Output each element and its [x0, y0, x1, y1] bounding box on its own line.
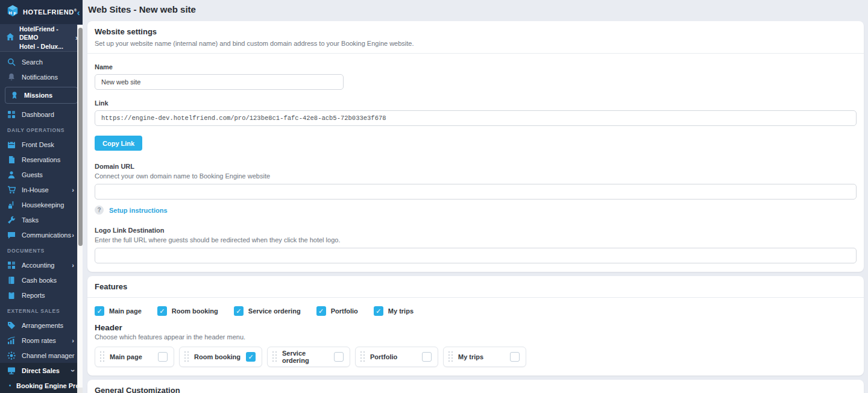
header-card-service-ordering[interactable]: Service ordering [267, 347, 350, 367]
drag-handle-icon[interactable] [100, 351, 104, 363]
checkbox-unchecked-icon[interactable] [334, 352, 344, 362]
website-settings-title: Website settings [95, 27, 857, 36]
checkbox-checked-icon[interactable]: ✓ [157, 306, 167, 316]
feature-toggle-portfolio[interactable]: ✓ Portfolio [316, 306, 358, 316]
sidebar-item-missions[interactable]: Missions [5, 87, 78, 104]
header-card-my-trips[interactable]: My trips [443, 347, 526, 367]
medal-icon [10, 91, 19, 99]
help-icon[interactable]: ? [95, 206, 104, 215]
sidebar-item-communications[interactable]: Communications › [0, 227, 83, 242]
sidebar-item-notifications[interactable]: Notifications [0, 69, 83, 84]
sidebar-item-guests[interactable]: Guests [0, 167, 83, 182]
setup-instructions-row: ? Setup instructions [95, 206, 857, 215]
header-card-portfolio[interactable]: Portfolio [355, 347, 438, 367]
sidebar-item-booking-engine-pro[interactable]: Booking Engine Pro [0, 378, 83, 393]
hub-icon [7, 351, 16, 360]
general-customization-head: General Customization [87, 380, 864, 393]
checkbox-checked-icon[interactable]: ✓ [246, 352, 256, 362]
features-title: Features [95, 282, 857, 291]
header-card-room-booking[interactable]: Room booking ✓ [179, 347, 262, 367]
sidebar-item-room-rates[interactable]: Room rates › [0, 333, 83, 348]
header-section-help: Choose which features appear in the head… [95, 333, 857, 341]
checkbox-checked-icon[interactable]: ✓ [316, 306, 326, 316]
logo-link-label: Logo Link Destination [95, 227, 857, 234]
features-body: ✓ Main page ✓ Room booking ✓ Service ord… [87, 298, 864, 376]
document-icon [7, 156, 16, 164]
features-head: Features [87, 276, 864, 298]
drag-handle-icon[interactable] [184, 351, 189, 363]
sidebar-item-search[interactable]: Search [0, 54, 83, 69]
sidebar-nav: Search Notifications Missions Dashboard … [0, 52, 83, 393]
sidebar-item-housekeeping[interactable]: Housekeeping [0, 197, 83, 212]
name-label: Name [95, 63, 857, 71]
sidebar-item-reports[interactable]: Reports [0, 288, 83, 303]
domain-url-input[interactable] [95, 184, 857, 200]
sidebar-item-front-desk[interactable]: Front Desk [0, 137, 83, 152]
hotel-name: HotelFriend - DEMO Hotel - Delux... [19, 25, 75, 51]
checkbox-checked-icon[interactable]: ✓ [95, 306, 104, 316]
page-header: Web Sites - New web site [83, 0, 868, 18]
sidebar-scrollbar[interactable] [77, 25, 83, 393]
setup-instructions-link[interactable]: Setup instructions [109, 207, 168, 214]
domain-url-help: Connect your own domain name to Booking … [95, 172, 857, 180]
hotel-selector[interactable]: HotelFriend - DEMO Hotel - Delux... › [0, 24, 83, 52]
name-input[interactable] [95, 74, 344, 90]
main-area: Web Sites - New web site Website setting… [83, 0, 868, 393]
features-card: Features ✓ Main page ✓ Room booking ✓ Se… [87, 276, 864, 376]
chevron-right-icon: › [72, 231, 74, 239]
sidebar: H F HOTELFRIEND® ‹ HotelFriend - DEMO Ho… [0, 0, 83, 393]
domain-url-label: Domain URL [95, 163, 857, 170]
sidebar-item-reservations[interactable]: Reservations [0, 152, 83, 167]
calendar-icon [7, 140, 16, 149]
cart-icon [7, 186, 16, 194]
sidebar-item-in-house[interactable]: In-House › [0, 182, 83, 197]
sidebar-scrollbar-thumb[interactable] [78, 28, 83, 246]
feature-toggle-room-booking[interactable]: ✓ Room booking [157, 306, 218, 316]
home-icon [6, 33, 14, 43]
feature-toggle-my-trips[interactable]: ✓ My trips [374, 306, 414, 316]
copy-link-button[interactable]: Copy Link [95, 136, 142, 151]
chevron-right-icon: › [72, 262, 74, 269]
checkbox-checked-icon[interactable]: ✓ [374, 306, 383, 316]
page-title: Web Sites - New web site [88, 4, 196, 14]
sidebar-item-tasks[interactable]: Tasks [0, 212, 83, 227]
drag-handle-icon[interactable] [360, 351, 365, 363]
checkbox-unchecked-icon[interactable] [510, 352, 520, 362]
chevron-right-icon: › [72, 337, 74, 344]
link-input[interactable] [95, 110, 857, 126]
sidebar-item-accounting[interactable]: Accounting › [0, 257, 83, 272]
clipboard-icon [7, 291, 16, 300]
svg-text:H: H [9, 10, 12, 16]
logo-wordmark: HOTELFRIEND® [23, 8, 77, 16]
checkbox-unchecked-icon[interactable] [422, 352, 432, 362]
person-icon [7, 171, 16, 179]
sidebar-collapse-icon[interactable]: ‹ [77, 8, 80, 17]
sidebar-scrollbar-button[interactable] [78, 388, 83, 393]
website-settings-subtitle: Set up your website name (internal name)… [95, 40, 857, 47]
feature-toggle-service-ordering[interactable]: ✓ Service ordering [234, 306, 301, 316]
monitor-icon [7, 366, 16, 375]
logo-link-input[interactable] [95, 248, 857, 263]
checkbox-unchecked-icon[interactable] [158, 352, 168, 362]
sidebar-item-direct-sales[interactable]: Direct Sales › [0, 363, 83, 378]
header-section-title: Header [95, 323, 857, 332]
logo-link-help: Enter the full URL where guests should b… [95, 236, 857, 244]
chart-icon [7, 336, 16, 345]
housekeeping-icon [7, 201, 16, 209]
section-label-documents: DOCUMENTS [0, 242, 83, 257]
drag-handle-icon[interactable] [448, 351, 453, 363]
sidebar-item-cash-books[interactable]: Cash books [0, 272, 83, 288]
drag-handle-icon[interactable] [272, 351, 277, 363]
bullet-dot-icon [9, 385, 11, 386]
website-settings-body: Name Link Copy Link Domain URL Connect y… [87, 54, 864, 272]
sidebar-item-arrangements[interactable]: Arrangements [0, 318, 83, 333]
book-icon [7, 276, 16, 285]
sidebar-item-channel-manager[interactable]: Channel manager [0, 348, 83, 363]
sidebar-item-dashboard[interactable]: Dashboard [0, 107, 83, 122]
header-feature-cards: Main page Room booking ✓ Service orderin… [95, 347, 857, 367]
feature-toggle-main-page[interactable]: ✓ Main page [95, 306, 142, 316]
content-scroll: Website settings Set up your website nam… [83, 18, 868, 393]
checkbox-checked-icon[interactable]: ✓ [234, 306, 244, 316]
search-icon [7, 58, 16, 66]
header-card-main-page[interactable]: Main page [95, 347, 174, 367]
